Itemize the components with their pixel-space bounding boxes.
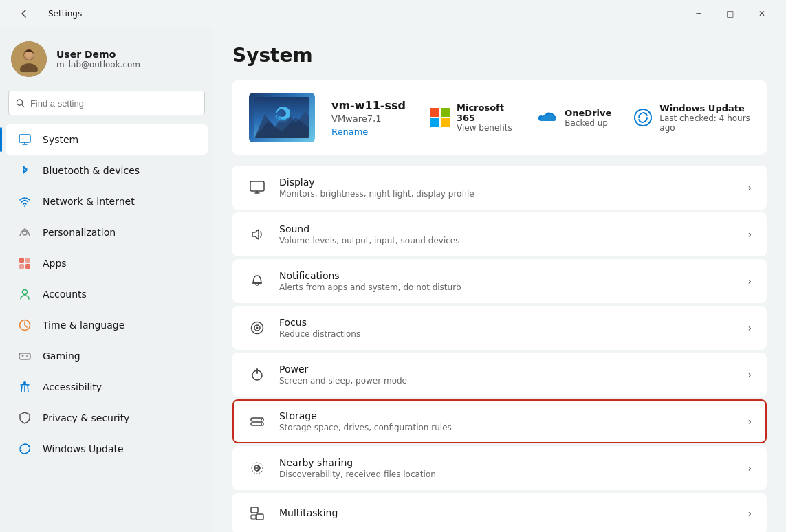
svg-point-45 [261,423,262,425]
accessibility-icon [17,379,33,395]
sound-title: Sound [279,223,735,234]
settings-item-storage[interactable]: Storage Storage space, drives, configura… [232,399,767,443]
svg-rect-30 [430,118,439,127]
sidebar-item-privacy[interactable]: Privacy & security [6,403,208,433]
sidebar-item-accessibility[interactable]: Accessibility [6,372,208,402]
display-icon [248,178,267,197]
settings-item-multitasking[interactable]: Multitasking › [232,493,767,532]
settings-item-power[interactable]: Power Screen and sleep, power mode › [232,353,767,397]
power-icon [248,365,267,384]
sidebar-item-label-update: Windows Update [43,443,124,454]
svg-rect-13 [19,264,24,269]
focus-icon [248,318,267,337]
maximize-button[interactable]: □ [714,3,746,25]
bluetooth-icon [17,162,33,179]
sound-desc: Volume levels, output, input, sound devi… [279,236,735,245]
power-text: Power Screen and sleep, power mode [279,364,735,386]
sidebar-item-label-network: Network & internet [43,196,135,207]
storage-desc: Storage space, drives, configuration rul… [279,423,735,432]
system-info-card: vm-w11-ssd VMware7,1 Rename [232,80,767,155]
sidebar-item-label-gaming: Gaming [43,351,80,362]
info-windows-update[interactable]: Windows Update Last checked: 4 hours ago [633,103,750,133]
titlebar: Settings ─ □ ✕ [0,0,786,27]
svg-rect-11 [19,258,24,263]
sidebar-item-system[interactable]: System [6,124,208,155]
notifications-text: Notifications Alerts from apps and syste… [279,270,735,292]
windows-update-text: Windows Update Last checked: 4 hours ago [659,103,750,133]
microsoft365-text: Microsoft 365 View benefits [457,102,514,133]
multitasking-chevron: › [747,508,752,519]
sidebar-nav: System Bluetooth & devices [0,124,213,464]
sidebar-item-label-personalization: Personalization [43,227,116,238]
user-profile[interactable]: User Demo m_lab@outlook.com [0,33,213,91]
settings-item-sound[interactable]: Sound Volume levels, output, input, soun… [232,212,767,256]
system-vm-name: vm-w11-ssd [331,99,414,112]
focus-desc: Reduce distractions [279,329,735,339]
sidebar-item-apps[interactable]: Apps [6,248,208,278]
system-info-items: Microsoft 365 View benefits OneDrive [430,102,750,133]
settings-item-notifications[interactable]: Notifications Alerts from apps and syste… [232,259,767,303]
sidebar-item-personalization[interactable]: Personalization [6,217,208,247]
minimize-button[interactable]: ─ [683,3,714,25]
storage-icon [248,412,267,431]
search-container [0,91,213,124]
update-icon [17,441,33,457]
main-content: System [213,27,786,532]
sidebar-item-label-privacy: Privacy & security [43,412,129,423]
svg-rect-33 [250,181,264,191]
system-icon [17,131,33,148]
focus-text: Focus Reduce distractions [279,317,735,339]
sidebar-item-accounts[interactable]: Accounts [6,279,208,309]
sound-text: Sound Volume levels, output, input, soun… [279,223,735,245]
storage-title: Storage [279,410,735,421]
display-desc: Monitors, brightness, night light, displ… [279,189,735,199]
close-button[interactable]: ✕ [746,3,778,25]
svg-rect-49 [256,514,263,520]
search-box[interactable] [8,91,205,115]
notifications-title: Notifications [279,270,735,281]
gaming-icon [17,348,33,364]
sidebar-item-bluetooth[interactable]: Bluetooth & devices [6,155,208,186]
system-thumbnail-inner [254,97,309,138]
back-button[interactable] [8,3,40,25]
system-rename-link[interactable]: Rename [331,126,414,137]
svg-point-1 [20,63,38,72]
user-name: User Demo [56,49,140,60]
svg-point-10 [23,231,27,235]
power-chevron: › [747,369,752,380]
sidebar-item-update[interactable]: Windows Update [6,434,208,464]
personalization-icon [17,224,33,241]
svg-rect-48 [251,507,258,513]
svg-rect-31 [441,118,450,127]
settings-item-nearby-sharing[interactable]: Nearby sharing Discoverability, received… [232,446,767,490]
svg-rect-29 [441,108,450,117]
user-email: m_lab@outlook.com [56,60,140,69]
power-desc: Screen and sleep, power mode [279,376,735,386]
focus-chevron: › [747,322,752,333]
windows-update-icon [633,107,653,129]
sidebar-item-network[interactable]: Network & internet [6,186,208,217]
sidebar-item-gaming[interactable]: Gaming [6,341,208,371]
sidebar-item-label-bluetooth: Bluetooth & devices [43,165,140,176]
titlebar-left: Settings [8,3,82,25]
svg-point-23 [23,381,26,384]
power-title: Power [279,364,735,375]
sidebar: User Demo m_lab@outlook.com [0,27,213,532]
notifications-desc: Alerts from apps and system, do not dist… [279,282,735,292]
svg-rect-50 [251,515,256,519]
avatar [11,41,47,77]
svg-rect-17 [19,353,30,359]
windows-update-sublabel: Last checked: 4 hours ago [659,113,750,133]
svg-rect-12 [25,258,30,263]
time-icon [17,317,33,333]
info-onedrive[interactable]: OneDrive Backed up [536,107,611,129]
titlebar-controls: ─ □ ✕ [683,3,778,25]
settings-item-focus[interactable]: Focus Reduce distractions › [232,306,767,350]
notifications-chevron: › [747,276,752,287]
accounts-icon [17,286,33,302]
sidebar-item-time[interactable]: Time & language [6,310,208,340]
wallpaper-preview [254,97,309,138]
search-input[interactable] [30,98,197,109]
info-microsoft365[interactable]: Microsoft 365 View benefits [430,102,514,133]
settings-item-display[interactable]: Display Monitors, brightness, night ligh… [232,166,767,210]
